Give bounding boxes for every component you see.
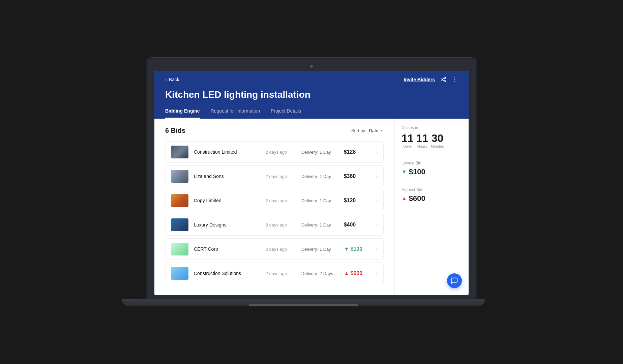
highest-bid-up-icon: ▲ (402, 195, 407, 202)
app-header: ‹ Back Invite Bidders (154, 71, 469, 119)
countdown-minutes: 30 Minutes (431, 133, 444, 148)
bid-delivery: Delivery: 1 Day (301, 174, 338, 179)
bid-price: $128 (344, 149, 371, 155)
laptop-bezel: ‹ Back Invite Bidders (146, 58, 477, 299)
bid-row[interactable]: Liza and Sons 2 days ago Delivery: 1 Day… (165, 165, 384, 187)
lowest-bid-down-icon: ▼ (402, 169, 407, 175)
svg-line-3 (442, 80, 444, 81)
bid-thumbnail (171, 170, 188, 183)
bid-delivery: Delivery: 2 Days (301, 271, 338, 276)
bid-thumbnail (171, 194, 188, 207)
lowest-bid-value: ▼ $100 (402, 168, 462, 176)
chevron-right-icon: › (376, 198, 378, 204)
lowest-bid-label: Lowest Bid (402, 161, 462, 165)
sort-select[interactable]: Date (369, 128, 384, 133)
bid-company: Copy Limited (194, 198, 260, 203)
more-options-icon[interactable] (452, 77, 458, 83)
price-up-icon: ▲ (344, 270, 349, 276)
chevron-right-icon: › (376, 222, 378, 228)
bid-row[interactable]: Copy Limited 2 days ago Delivery: 1 Day … (165, 190, 384, 211)
header-actions: Invite Bidders (404, 77, 458, 83)
svg-point-7 (454, 81, 455, 82)
bid-thumbnail (171, 218, 188, 231)
sort-label: Sort by: (351, 128, 366, 133)
bid-delivery: Delivery: 1 Day (301, 150, 338, 155)
invite-bidders-button[interactable]: Invite Bidders (404, 77, 435, 82)
countdown-days: 11 Days (402, 133, 414, 148)
lowest-bid-stat: Lowest Bid ▼ $100 (402, 155, 462, 182)
bid-company: Liza and Sons (194, 174, 260, 179)
bid-thumbnail (171, 267, 188, 280)
bid-price: $400 (344, 222, 371, 228)
bids-header: 6 Bids Sort by: Date (165, 127, 384, 134)
chevron-right-icon: › (376, 149, 378, 155)
bid-delivery: Delivery: 1 Day (301, 247, 338, 252)
bid-row[interactable]: CERT Corp 2 days ago Delivery: 1 Day ▼ $… (165, 238, 384, 260)
countdown-hours: 11 Hours (416, 133, 428, 148)
bid-row[interactable]: Construction Solutions 2 days ago Delive… (165, 263, 384, 284)
svg-line-4 (442, 78, 444, 79)
laptop-camera (310, 65, 313, 68)
bid-time: 2 days ago (266, 222, 296, 228)
closes-label: Closes in: (402, 125, 462, 130)
highest-bid-stat: Highest Bid ▲ $600 (402, 182, 462, 208)
bid-delivery: Delivery: 1 Day (301, 222, 338, 228)
chevron-right-icon: › (376, 246, 378, 252)
page-title: Kitchen LED lighting installation (165, 89, 458, 100)
chevron-right-icon: › (376, 173, 378, 179)
share-icon[interactable] (440, 77, 446, 83)
tab-bidding-engine[interactable]: Bidding Engine (165, 108, 200, 119)
bids-count: 6 Bids (165, 127, 185, 134)
tab-request-for-information[interactable]: Request for Information (211, 108, 260, 119)
svg-point-6 (454, 79, 455, 80)
highest-bid-label: Highest Bid (402, 187, 462, 192)
bid-price: ▲ $600 (344, 270, 371, 276)
bid-row[interactable]: Luxury Designs 2 days ago Delivery: 1 Da… (165, 214, 384, 236)
bid-row[interactable]: Construction Limited 2 days ago Delivery… (165, 141, 384, 163)
price-down-icon: ▼ (344, 246, 349, 252)
bids-section: 6 Bids Sort by: Date (154, 119, 394, 295)
chat-fab-button[interactable] (447, 273, 462, 288)
tab-project-details[interactable]: Project Details (271, 108, 301, 119)
back-chevron-icon: ‹ (165, 77, 167, 82)
main-content: 6 Bids Sort by: Date (154, 119, 469, 295)
bid-company: Construction Solutions (194, 271, 260, 276)
screen-inner: ‹ Back Invite Bidders (154, 71, 469, 295)
bid-time: 2 days ago (266, 174, 296, 179)
svg-point-5 (454, 78, 455, 78)
bid-thumbnail (171, 243, 188, 255)
bid-time: 2 days ago (266, 150, 296, 155)
bid-company: Luxury Designs (194, 222, 260, 228)
bid-price: $120 (344, 198, 371, 204)
bid-time: 2 days ago (266, 247, 296, 252)
bid-delivery: Delivery: 1 Day (301, 198, 338, 203)
bid-price: ▼ $100 (344, 246, 371, 252)
bid-company: CERT Corp (194, 246, 260, 252)
bid-time: 2 days ago (266, 271, 296, 276)
sort-row: Sort by: Date (351, 128, 384, 133)
screen: ‹ Back Invite Bidders (154, 71, 469, 295)
bid-price: $360 (344, 173, 371, 179)
laptop-base (122, 299, 485, 306)
back-label: Back (169, 77, 179, 82)
bid-thumbnail (171, 146, 188, 158)
back-button[interactable]: ‹ Back (165, 77, 179, 82)
bid-time: 2 days ago (266, 198, 296, 203)
tabs: Bidding Engine Request for Information P… (165, 108, 458, 119)
chevron-right-icon: › (376, 270, 378, 276)
nav-top: ‹ Back Invite Bidders (165, 77, 458, 83)
highest-bid-value: ▲ $600 (402, 194, 462, 203)
laptop-wrapper: ‹ Back Invite Bidders (146, 58, 477, 306)
countdown: 11 Days 11 Hours 30 Minutes (402, 133, 462, 148)
bid-company: Construction Limited (194, 149, 260, 155)
sidebar: Closes in: 11 Days 11 Hours 30 (394, 119, 469, 295)
